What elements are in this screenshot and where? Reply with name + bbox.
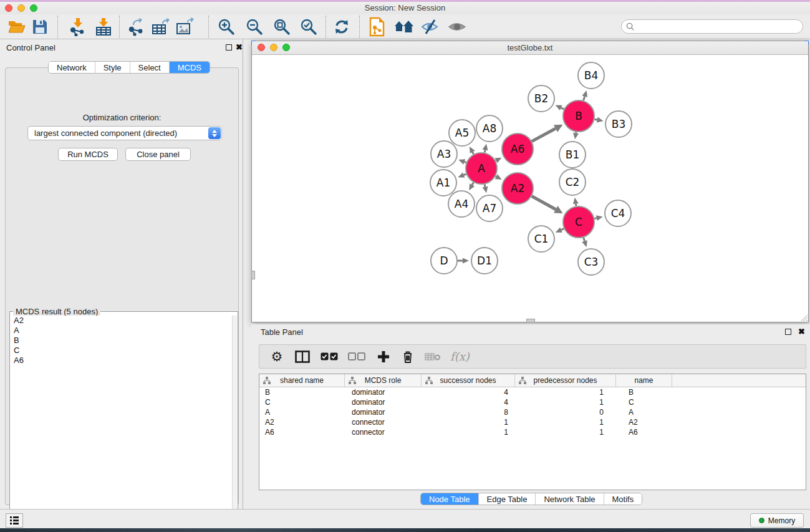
column-header[interactable]: MCDS role [345,374,422,387]
export-table-button[interactable] [149,16,173,37]
graph-edge[interactable] [594,218,596,219]
import-table-button[interactable] [92,16,115,37]
result-list-item[interactable]: C [11,346,233,355]
table-cell[interactable]: 1 [515,427,616,437]
export-image-button[interactable] [173,16,197,37]
memory-button[interactable]: Memory [750,513,804,528]
column-header[interactable]: predecessor nodes [515,374,616,387]
table-cell[interactable]: 1 [422,417,515,427]
save-session-button[interactable] [28,16,52,37]
show-panels-button[interactable] [445,16,469,37]
table-cell[interactable]: A6 [616,427,672,437]
mcds-result-scrollbar[interactable] [232,316,237,526]
tab-node-table[interactable]: Node Table [421,493,479,505]
search-input[interactable] [637,22,793,31]
table-cell[interactable]: A2 [259,417,345,427]
network-from-file-button[interactable] [365,16,389,37]
deselect-all-button[interactable] [347,347,367,366]
minimize-view-button[interactable] [270,44,277,51]
resize-grip-icon[interactable] [800,314,808,321]
zoom-out-button[interactable] [243,16,266,37]
add-column-button[interactable] [375,347,392,366]
table-row[interactable]: Adominator80A [259,407,806,417]
table-cell[interactable]: dominator [345,387,422,397]
tab-network-table[interactable]: Network Table [536,493,604,505]
graph-edge[interactable] [532,128,556,142]
criterion-dropdown[interactable]: largest connected component (directed) [27,126,222,140]
column-header[interactable]: successor nodes [422,374,515,387]
refresh-layout-button[interactable] [330,16,354,37]
table-row[interactable]: A6connector11A6 [259,427,806,437]
table-cell[interactable]: A6 [259,427,345,437]
select-all-button[interactable] [319,347,339,366]
table-cell[interactable]: 4 [422,387,515,397]
graph-edge[interactable] [532,196,556,210]
split-view-button[interactable] [293,347,312,366]
table-cell[interactable]: 1 [515,397,616,407]
hide-panels-button[interactable] [418,16,442,37]
zoom-selected-button[interactable] [297,16,321,37]
result-list-item[interactable]: A6 [11,355,233,365]
network-graph[interactable]: B4B2BB3A5A8A6A3B1AA1C2A2A4A7C4CC1C3DD1 [252,55,808,322]
tab-mcds[interactable]: MCDS [170,62,210,73]
task-history-button[interactable] [6,513,23,528]
graph-edge[interactable] [485,150,485,152]
graph-edge[interactable] [464,174,466,175]
network-window-titlebar[interactable]: testGlobe.txt [252,41,808,55]
table-cell[interactable]: A2 [616,417,672,427]
import-network-button[interactable] [65,16,89,37]
close-view-button[interactable] [258,44,265,51]
table-cell[interactable]: B [616,387,672,397]
table-cell[interactable]: C [259,397,345,407]
zoom-window-button[interactable] [30,4,37,12]
table-cell[interactable]: C [616,397,672,407]
graph-edge[interactable] [485,184,485,186]
table-settings-button[interactable]: ⚙ [268,347,286,366]
table-cell[interactable]: A [259,407,345,417]
mcds-result-list[interactable]: A2ABCA6 [11,316,233,526]
column-header[interactable]: shared name [259,374,345,387]
close-panel-icon[interactable]: ✖ [236,42,243,52]
table-cell[interactable]: dominator [345,407,422,417]
graph-edge[interactable] [473,152,474,154]
table-cell[interactable]: A [616,407,672,417]
minimize-window-button[interactable] [17,4,25,12]
table-row[interactable]: Cdominator41C [259,397,806,407]
result-list-item[interactable]: A [11,326,233,336]
graph-edge[interactable] [576,204,576,206]
graph-edge[interactable] [584,96,585,100]
horizontal-scroll-nub[interactable] [526,319,535,322]
table-cell[interactable]: 1 [422,427,515,437]
table-cell[interactable]: 8 [422,407,515,417]
table-cell[interactable]: 1 [515,417,616,427]
table-cell[interactable]: 1 [515,387,616,397]
graph-edge[interactable] [561,229,564,230]
tab-edge-table[interactable]: Edge Table [479,493,536,505]
tab-select[interactable]: Select [130,62,170,73]
table-cell[interactable]: 4 [422,397,515,407]
open-recent-button[interactable] [392,16,416,37]
result-list-item[interactable]: B [11,336,233,346]
graph-edge[interactable] [472,183,473,185]
tab-style[interactable]: Style [95,62,130,73]
tab-network[interactable]: Network [49,62,95,73]
graph-edge[interactable] [496,177,496,177]
delete-table-button[interactable] [424,347,441,366]
close-window-button[interactable] [5,4,12,12]
column-header[interactable]: name [616,374,672,387]
graph-edge[interactable] [561,108,564,109]
table-cell[interactable]: dominator [345,397,422,407]
open-session-button[interactable] [5,16,29,37]
table-cell[interactable]: 0 [515,407,616,417]
graph-edge[interactable] [594,119,597,120]
run-mcds-button[interactable]: Run MCDS [58,148,118,161]
function-builder-button[interactable]: f(x) [450,347,470,366]
toolbar-search-field[interactable] [621,19,803,34]
close-panel-button[interactable]: Close panel [125,148,191,161]
table-cell[interactable]: connector [345,417,422,427]
tab-motifs[interactable]: Motifs [604,493,642,505]
graph-edge[interactable] [584,238,585,241]
table-row[interactable]: Bdominator41B [259,387,806,397]
zoom-fit-button[interactable] [270,16,294,37]
result-list-item[interactable]: A2 [11,316,233,326]
